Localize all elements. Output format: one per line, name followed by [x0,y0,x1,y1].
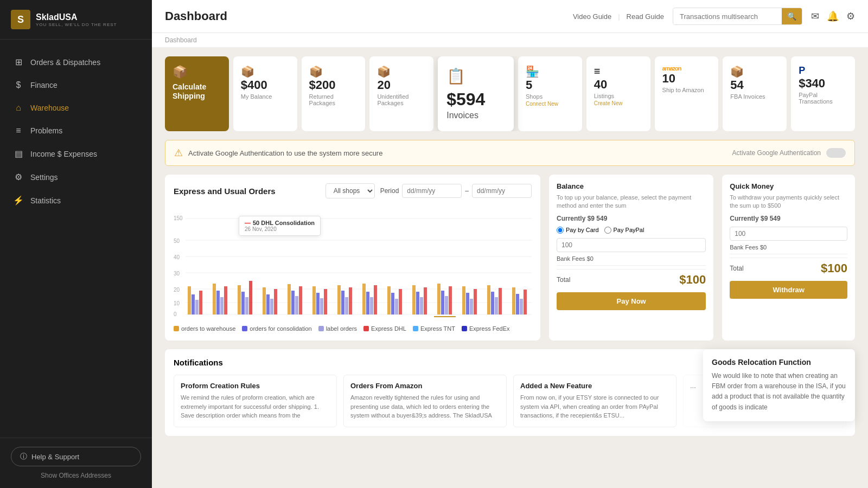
search-button[interactable]: 🔍 [782,8,802,24]
svg-rect-59 [462,286,465,314]
email-icon[interactable]: ✉ [811,10,819,22]
metric-card-balance[interactable]: 📦 $400 My Balance [233,56,297,131]
sidebar-item-statistics[interactable]: ⚡ Statistics [0,189,152,212]
svg-rect-28 [270,299,273,314]
date-from-input[interactable] [402,184,462,198]
svg-rect-41 [349,287,352,314]
sidebar-item-label: Problems [30,126,62,135]
read-guide-link[interactable]: Read Guide [627,12,664,21]
metric-cards: 📦 CalculateShipping 📦 $400 My Balance 📦 … [165,56,855,131]
header-icons: ✉ 🔔 ⚙ [811,10,855,22]
metric-card-paypal[interactable]: P $340 PayPal Transactions [791,56,855,131]
svg-rect-34 [312,286,316,314]
balance-total-row: Total $100 [557,269,706,287]
sidebar-item-problems[interactable]: ≡ Problems [0,119,152,142]
show-offices-link[interactable]: Show Offices Addresses [11,472,141,479]
header-right: Video Guide | Read Guide 🔍 ✉ 🔔 ⚙ [573,8,855,25]
pay-now-button[interactable]: Pay Now [557,292,706,310]
sidebar-nav: ⊞ Orders & Dispatches $ Finance ⌂ Wareho… [0,40,152,438]
svg-rect-63 [487,285,490,314]
metric-card-unidentified[interactable]: 📦 20 Unidentified Packages [369,56,433,131]
notif-text-0: We remind the rules of proform creation,… [181,393,330,420]
metric-card-invoices[interactable]: 📋 $594 Invoices [438,56,514,131]
legend-fedex: Express FedEx [462,325,510,332]
unidentified-label: Unidentified Packages [377,93,426,106]
metric-card-shipping[interactable]: 📦 CalculateShipping [165,56,229,131]
help-support-button[interactable]: ⓘ Help & Support [11,447,141,466]
svg-rect-62 [474,289,477,314]
fba-value: 54 [730,78,743,92]
metric-card-returned[interactable]: 📦 $200 Returned Packages [302,56,366,131]
shops-label: Shops [526,93,542,100]
shop-select[interactable]: All shops [326,183,375,198]
invoices-value: $594 [446,89,505,110]
svg-rect-30 [288,284,291,314]
svg-rect-70 [524,290,527,314]
bottom-panels: Express and Usual Orders All shops Perio… [165,175,855,341]
withdraw-button[interactable]: Withdraw [730,281,847,299]
legend-label: Express FedEx [469,325,510,332]
gear-icon[interactable]: ⚙ [846,10,855,22]
sidebar-item-label: Income $ Expenses [30,150,97,158]
shops-link[interactable]: Connect New [526,101,558,107]
svg-rect-43 [366,292,369,314]
pay-paypal-option[interactable]: Pay PayPal [604,227,644,234]
listings-label: Listings [594,93,614,99]
activate-label: Activate Google Authentication [732,149,821,157]
svg-rect-25 [249,281,252,314]
fba-icon: 📦 [730,65,744,78]
balance-label: My Balance [241,93,272,100]
fba-label: FBA Invoices [730,93,765,100]
notification-card-2: Added a New Feature From now on, if your… [513,375,676,427]
notif-title-1: Orders From Amazon [350,382,500,390]
sidebar-item-orders[interactable]: ⊞ Orders & Dispatches [0,50,152,74]
period-inputs: Period – [380,184,532,198]
quick-sum-input[interactable] [730,227,847,241]
returned-value: $200 [309,78,336,92]
logo-text: SkladUSA YOU SELL, WE'LL DO THE REST [36,12,117,27]
svg-rect-68 [516,294,519,314]
svg-rect-19 [216,291,220,314]
svg-text:30: 30 [174,271,180,277]
metric-card-amazon[interactable]: amazon 10 Ship to Amazon [655,56,719,131]
sidebar-item-settings[interactable]: ⚙ Settings [0,165,152,189]
quick-money-title: Quick Money [730,182,847,190]
header-links: Video Guide | Read Guide [573,12,664,21]
paypal-value: $340 [799,76,825,91]
search-input[interactable] [673,9,782,24]
notifications-wrapper: Notifications View All Proform Creation … [165,349,855,436]
balance-sum-input[interactable] [557,238,706,252]
balance-panel-title: Balance [557,182,706,190]
listings-link[interactable]: Create New [594,100,623,106]
notifications-title: Notifications [174,358,223,367]
svg-rect-40 [345,297,348,314]
bell-icon[interactable]: 🔔 [827,10,839,22]
legend-label-orders: label orders [318,325,357,332]
metric-card-listings[interactable]: ≡ 40 Listings Create New [586,56,650,131]
sidebar-item-finance[interactable]: $ Finance [0,74,152,97]
sidebar-item-warehouse[interactable]: ⌂ Warehouse [0,97,152,119]
metric-card-fba[interactable]: 📦 54 FBA Invoices [723,56,787,131]
metric-card-shops[interactable]: 🏪 5 Shops Connect New [518,56,582,131]
amazon-value: 10 [662,72,675,86]
pay-card-option[interactable]: Pay by Card [557,227,599,234]
svg-rect-53 [424,287,427,314]
svg-rect-57 [449,286,452,314]
period-label: Period [380,187,399,195]
svg-rect-33 [299,286,302,314]
legend-label: orders for consolidation [250,325,311,332]
date-to-input[interactable] [472,184,532,198]
auth-toggle[interactable] [826,148,846,158]
header-title: Dashboard [165,9,227,23]
video-guide-link[interactable]: Video Guide [573,12,611,21]
finance-icon: $ [13,80,24,90]
sidebar-item-income[interactable]: ▤ Income $ Expenses [0,142,152,165]
svg-rect-27 [266,294,270,314]
svg-rect-45 [374,285,377,314]
legend-label: Express TNT [420,325,455,332]
svg-rect-52 [420,297,423,314]
svg-rect-60 [466,293,469,314]
balance-panel-desc: To top up your balance, please, select t… [557,194,706,210]
chart-controls: All shops Period – [326,183,532,198]
notification-card-0: Proform Creation Rules We remind the rul… [174,375,337,427]
